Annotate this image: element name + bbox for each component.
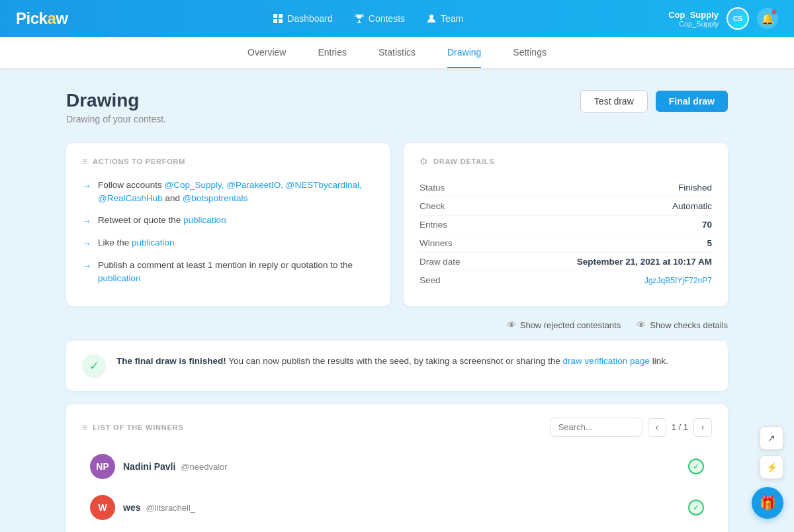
nav-center: Dashboard Contests Team	[273, 13, 463, 24]
action-list: → Follow accounts @Cop_Supply, @Parakeet…	[82, 179, 375, 285]
eye-icon-1: 👁	[507, 320, 516, 330]
svg-rect-6	[355, 15, 357, 17]
cards-row: ≡ ACTIONS TO PERFORM → Follow accounts @…	[66, 143, 728, 306]
detail-row-check: Check Automatic	[419, 197, 712, 216]
link-cashub[interactable]: @RealCashHub	[98, 193, 163, 203]
winner-avatar-2: W	[90, 495, 115, 520]
winner-row-3: H haolucky @haolucky4 ✓	[82, 529, 712, 532]
page-title: Drawing	[66, 90, 166, 111]
show-row: 👁 Show rejected contestants 👁 Show check…	[66, 320, 728, 330]
bolt-icon: ⚡	[766, 462, 777, 472]
main-content: Drawing Drawing of your contest. Test dr…	[0, 69, 794, 532]
winners-header: ≡ LIST OF THE WINNERS ‹ 1 / 1 ›	[82, 418, 712, 437]
svg-rect-7	[362, 15, 364, 17]
winner-row-2: W wes @litsrachell_ ✓	[82, 488, 712, 527]
eye-icon-2: 👁	[637, 320, 646, 330]
link-publication-comment[interactable]: publication	[98, 273, 141, 283]
svg-rect-5	[357, 22, 361, 23]
svg-rect-4	[359, 20, 360, 22]
test-draw-button[interactable]: Test draw	[580, 90, 648, 112]
tab-settings[interactable]: Settings	[513, 38, 547, 68]
gift-button[interactable]: 🎁	[752, 487, 783, 519]
page-actions: Test draw Final draw	[580, 90, 728, 112]
final-draw-button[interactable]: Final draw	[656, 91, 728, 112]
next-page-button[interactable]: ›	[693, 418, 712, 437]
arrow-icon-2: →	[82, 214, 91, 228]
avatar[interactable]: CS	[727, 7, 749, 30]
draw-details-title: DRAW DETAILS	[433, 157, 495, 165]
float-buttons: ↗ ⚡	[760, 426, 783, 479]
detail-row-entries: Entries 70	[419, 216, 712, 234]
page-header: Drawing Drawing of your contest. Test dr…	[66, 90, 728, 124]
winner-name-1: Nadini Pavli	[123, 461, 175, 472]
bell-button[interactable]: 🔔	[757, 8, 778, 29]
tab-entries[interactable]: Entries	[318, 38, 347, 68]
action-item-comment: → Publish a comment at least 1 mention i…	[82, 259, 375, 286]
actions-card-header: ≡ ACTIONS TO PERFORM	[82, 156, 375, 167]
link-parakeet[interactable]: @ParakeetIO,	[226, 180, 283, 190]
show-rejected-button[interactable]: 👁 Show rejected contestants	[507, 320, 621, 330]
actions-card: ≡ ACTIONS TO PERFORM → Follow accounts @…	[66, 143, 390, 306]
link-publication-retweet[interactable]: publication	[183, 215, 226, 225]
bolt-button[interactable]: ⚡	[760, 455, 783, 479]
arrow-icon-4: →	[82, 259, 91, 273]
notification-dot	[772, 9, 777, 15]
logo[interactable]: Pickaw	[16, 9, 67, 28]
winner-check-1: ✓	[688, 459, 704, 474]
nav-dashboard[interactable]: Dashboard	[273, 13, 333, 24]
tab-drawing[interactable]: Drawing	[447, 38, 481, 68]
gear-icon: ⚙	[419, 156, 428, 167]
action-item-retweet: → Retweet or quote the publication	[82, 214, 375, 228]
page-title-block: Drawing Drawing of your contest.	[66, 90, 166, 124]
list-icon: ≡	[82, 156, 87, 167]
detail-row-status: Status Finished	[419, 179, 712, 197]
page-subtitle: Drawing of your contest.	[66, 114, 166, 124]
link-nest[interactable]: @NESTbycardinal,	[286, 180, 362, 190]
prev-page-button[interactable]: ‹	[648, 418, 666, 437]
winner-name-2: wes	[123, 502, 140, 513]
page-info: 1 / 1	[672, 422, 688, 432]
grid-icon	[273, 13, 283, 24]
draw-details-header: ⚙ DRAW DETAILS	[419, 156, 712, 167]
list-icon-2: ≡	[82, 422, 87, 433]
gift-icon: 🎁	[760, 495, 776, 511]
nav-team[interactable]: Team	[426, 13, 463, 24]
winner-handle-1: @needvalor	[181, 462, 227, 472]
winner-avatar-1: NP	[90, 454, 115, 479]
draw-details-rows: Status Finished Check Automatic Entries …	[419, 179, 712, 289]
draw-finished-banner: ✓ The final draw is finished! You can no…	[66, 341, 728, 391]
action-item-like: → Like the publication	[82, 236, 375, 251]
top-nav: Pickaw Dashboard	[0, 0, 794, 37]
svg-rect-0	[273, 14, 277, 18]
tab-statistics[interactable]: Statistics	[378, 38, 416, 68]
nav-contests[interactable]: Contests	[354, 13, 405, 24]
winner-handle-2: @litsrachell_	[146, 503, 195, 513]
svg-rect-2	[273, 19, 277, 23]
action-item-follow: → Follow accounts @Cop_Supply, @Parakeet…	[82, 179, 375, 206]
link-botspot[interactable]: @botspotrentals	[183, 193, 248, 203]
draw-details-card: ⚙ DRAW DETAILS Status Finished Check Aut…	[404, 143, 728, 306]
detail-row-winners: Winners 5	[419, 234, 712, 253]
tab-overview[interactable]: Overview	[247, 38, 286, 68]
svg-rect-1	[279, 14, 283, 18]
nav-right: Cop_Supply Cop_Supply CS 🔔	[668, 7, 778, 30]
detail-row-date: Draw date September 21, 2021 at 10:17 AM	[419, 253, 712, 271]
arrow-icon-3: →	[82, 237, 91, 251]
winners-card: ≡ LIST OF THE WINNERS ‹ 1 / 1 › NP Nadin…	[66, 404, 728, 532]
winner-row-1: NP Nadini Pavli @needvalor ✓	[82, 447, 712, 486]
winners-title-block: ≡ LIST OF THE WINNERS	[82, 422, 184, 433]
show-checks-button[interactable]: 👁 Show checks details	[637, 320, 728, 330]
winner-check-2: ✓	[688, 500, 704, 515]
expand-button[interactable]: ↗	[760, 426, 783, 450]
sub-nav: Overview Entries Statistics Drawing Sett…	[0, 37, 794, 69]
svg-rect-3	[279, 19, 283, 23]
banner-text: The final draw is finished! You can now …	[116, 354, 668, 369]
draw-verification-link[interactable]: draw verification page	[563, 356, 650, 366]
link-cop-supply[interactable]: @Cop_Supply,	[165, 180, 224, 190]
check-icon: ✓	[89, 359, 99, 373]
person-icon	[426, 13, 437, 24]
expand-icon: ↗	[768, 433, 775, 443]
arrow-icon: →	[82, 179, 91, 193]
winners-search[interactable]	[550, 418, 642, 437]
link-publication-like[interactable]: publication	[132, 238, 175, 247]
